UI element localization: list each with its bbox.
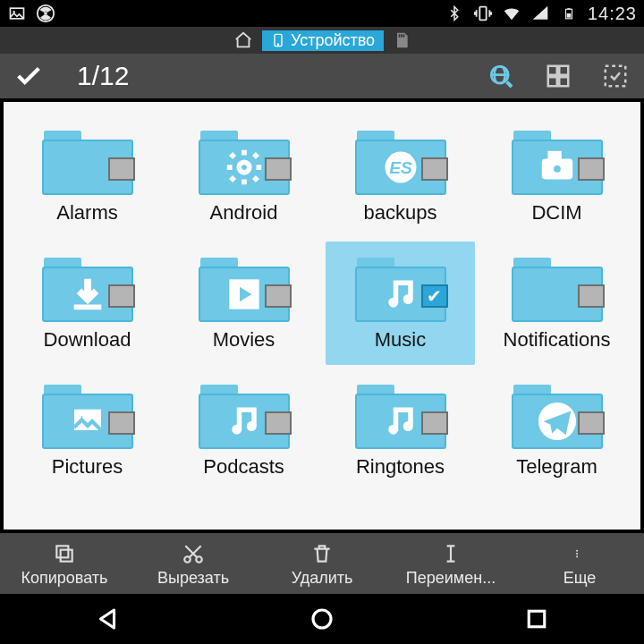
view-mode-button[interactable] (542, 60, 574, 92)
selection-checkbox[interactable] (421, 411, 448, 435)
svg-point-41 (576, 552, 578, 554)
svg-point-9 (277, 44, 278, 45)
folder-icon (38, 383, 137, 453)
svg-rect-4 (479, 7, 486, 21)
selection-checkbox[interactable]: ✔ (421, 284, 448, 308)
rename-icon (437, 540, 464, 567)
svg-rect-10 (399, 34, 401, 37)
folder-item[interactable]: Pictures (13, 369, 162, 492)
folder-item[interactable]: Ringtones (326, 369, 475, 492)
folder-label: Pictures (52, 456, 123, 477)
folder-label: Notifications (504, 329, 611, 350)
nav-recents-button[interactable] (510, 601, 564, 637)
folder-item[interactable]: Notifications (482, 242, 631, 365)
selection-checkbox[interactable] (108, 157, 135, 181)
cut-label: Вырезать (157, 569, 229, 588)
svg-rect-7 (567, 13, 572, 18)
folder-item[interactable]: Telegram (482, 369, 631, 492)
folder-item[interactable]: Podcasts (169, 369, 318, 492)
battery-icon (559, 4, 579, 23)
nav-back-button[interactable] (80, 601, 134, 637)
folder-label: Alarms (56, 202, 117, 223)
folder-grid: AlarmsAndroidESbackupsDCIMDownloadMovies… (4, 102, 640, 530)
svg-point-40 (576, 549, 578, 551)
confirm-selection-button[interactable] (13, 60, 45, 92)
search-web-button[interactable] (485, 60, 517, 92)
folder-label: Music (375, 329, 426, 350)
more-icon (566, 540, 593, 567)
selection-toolbar: 1/12 (0, 54, 644, 98)
svg-point-28 (402, 294, 412, 304)
status-bar: 14:23 (0, 0, 644, 27)
system-nav-bar (0, 594, 644, 644)
breadcrumb-label: Устройство (291, 31, 375, 50)
folder-item[interactable]: DCIM (482, 114, 631, 238)
cut-button[interactable]: Вырезать (129, 533, 258, 594)
svg-point-32 (246, 421, 256, 431)
svg-point-42 (576, 555, 578, 557)
svg-rect-11 (401, 34, 402, 37)
svg-rect-12 (403, 34, 405, 37)
select-all-button[interactable] (599, 60, 631, 92)
more-label: Еще (564, 569, 597, 588)
svg-point-31 (232, 425, 242, 435)
folder-item[interactable]: ✔Music (326, 242, 475, 365)
svg-rect-6 (567, 8, 571, 9)
svg-point-43 (313, 610, 331, 628)
folder-icon (508, 129, 606, 199)
selection-checkbox[interactable] (578, 284, 605, 308)
folder-icon (38, 256, 137, 326)
folder-label: Ringtones (356, 456, 445, 477)
svg-rect-18 (606, 66, 626, 87)
svg-point-23 (551, 164, 563, 175)
selection-checkbox[interactable] (578, 157, 605, 181)
vibrate-icon (473, 4, 493, 23)
folder-icon (508, 383, 606, 453)
nav-home-button[interactable] (295, 601, 349, 637)
folder-label: Movies (213, 329, 275, 350)
clock: 14:23 (588, 4, 637, 24)
svg-rect-37 (56, 546, 68, 557)
delete-button[interactable]: Удалить (258, 533, 386, 594)
selection-checkbox[interactable] (265, 157, 292, 181)
home-icon[interactable] (233, 30, 253, 50)
selection-checkbox[interactable] (108, 411, 135, 435)
folder-icon (195, 256, 293, 326)
folder-icon (508, 256, 606, 326)
folder-label: Download (44, 329, 131, 350)
selection-checkbox[interactable] (108, 284, 135, 308)
folder-label: Android (210, 202, 278, 223)
folder-label: DCIM (531, 202, 581, 223)
svg-point-33 (388, 425, 398, 435)
notification-image-icon (7, 4, 27, 23)
bluetooth-icon (445, 4, 464, 23)
sd-card-icon[interactable] (393, 30, 411, 50)
svg-point-34 (402, 421, 412, 431)
svg-point-19 (239, 163, 250, 174)
svg-rect-15 (559, 66, 568, 75)
folder-icon (195, 129, 293, 199)
folder-item[interactable]: ESbackups (326, 114, 475, 238)
more-button[interactable]: Еще (515, 533, 644, 594)
wifi-icon (502, 4, 521, 23)
folder-item[interactable]: Download (13, 242, 162, 365)
svg-point-27 (388, 298, 398, 308)
folder-icon (195, 383, 293, 453)
folder-item[interactable]: Movies (169, 242, 318, 365)
folder-item[interactable]: Alarms (13, 114, 162, 238)
rename-button[interactable]: Переимен... (386, 533, 515, 594)
folder-icon (352, 383, 450, 453)
selection-checkbox[interactable] (265, 284, 292, 308)
selection-checkbox[interactable] (421, 157, 448, 181)
path-bar: Устройство (0, 27, 644, 54)
selection-checkbox[interactable] (578, 411, 605, 435)
breadcrumb-device[interactable]: Устройство (262, 30, 384, 51)
copy-button[interactable]: Копировать (0, 533, 129, 594)
delete-label: Удалить (292, 569, 353, 588)
rename-label: Переимен... (406, 569, 496, 588)
folder-label: Telegram (516, 456, 597, 477)
svg-rect-16 (548, 77, 557, 86)
folder-item[interactable]: Android (169, 114, 318, 238)
svg-rect-44 (529, 611, 545, 627)
selection-checkbox[interactable] (265, 411, 292, 435)
